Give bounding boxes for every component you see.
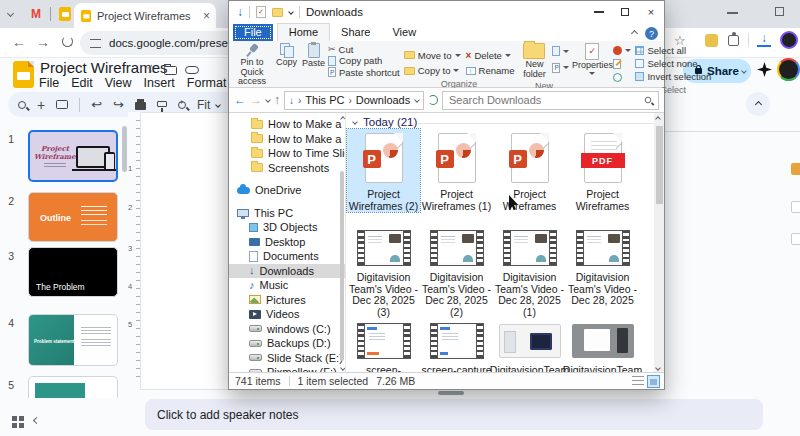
side-panel-icon[interactable] [791, 233, 800, 245]
slide-thumbnail-1[interactable]: Project Wireframes [28, 130, 118, 182]
new-slide-button[interactable]: + [37, 99, 45, 111]
file-item[interactable]: PProject Wireframes (2) [347, 129, 420, 212]
new-folder-button[interactable]: New folder [517, 42, 551, 80]
menu-insert[interactable]: Insert [144, 76, 175, 90]
canvas-horizontal-scrollbar[interactable] [438, 391, 464, 395]
account-avatar[interactable] [777, 58, 800, 81]
details-view-button[interactable] [632, 376, 644, 387]
address-dropdown-chevron-icon[interactable] [414, 97, 420, 103]
menu-edit[interactable]: Edit [71, 76, 93, 90]
sidebar-item-videos[interactable]: Videos [229, 307, 345, 322]
filmstrip-scrollbar[interactable] [122, 126, 127, 172]
copy-path-button[interactable]: Copy path [328, 56, 400, 67]
explorer-close-button[interactable]: × [638, 1, 664, 23]
easy-access-button[interactable] [552, 63, 569, 74]
edit-button[interactable] [613, 59, 631, 70]
sidebar-item-slide-stack-e-[interactable]: Slide Stack (E:) [229, 351, 345, 366]
browser-profile-icon[interactable] [780, 31, 798, 49]
copy-button[interactable]: Copy [273, 42, 300, 69]
new-folder-quick-icon[interactable] [272, 8, 283, 17]
sidebar-item-desktop[interactable]: Desktop [229, 235, 345, 250]
invert-selection-button[interactable]: Invert selection [635, 71, 711, 82]
search-input[interactable] [449, 94, 644, 106]
explorer-maximize-button[interactable] [612, 1, 638, 23]
sidebar-item-pictures[interactable]: Pictures [229, 293, 345, 308]
menu-file[interactable]: File [39, 76, 59, 90]
file-item[interactable]: DigitavisionTeam sVideo-Dec27202 [493, 319, 566, 374]
refresh-icon[interactable] [428, 95, 438, 105]
sidebar-item-downloads[interactable]: ↓Downloads [229, 264, 345, 279]
select-none-button[interactable]: Select none [635, 58, 711, 69]
sidebar-item-onedrive[interactable]: OneDrive [229, 183, 345, 198]
ribbon-tab-file[interactable]: File [233, 24, 273, 41]
recent-locations-chevron-icon[interactable] [265, 97, 271, 103]
file-item[interactable]: DigitavisionTeam sVideo-Dec27202 [566, 319, 639, 374]
group-header[interactable]: Today (21) [353, 116, 417, 128]
pinned-tab-slides[interactable] [55, 5, 75, 23]
zoom-icon[interactable] [178, 101, 186, 109]
help-icon[interactable]: ? [645, 27, 658, 40]
collapse-filmstrip-icon[interactable] [33, 417, 40, 424]
new-slide-dropdown-icon[interactable] [56, 100, 68, 109]
window-minimize-button[interactable] [727, 12, 738, 14]
sidebar-item-how-to-time-slides-o[interactable]: How to Time Slides o [229, 146, 345, 161]
sidebar-item-how-to-make-a-conc[interactable]: How to Make a Conc [229, 132, 345, 147]
cut-button[interactable]: ✂Cut [328, 44, 400, 55]
nav-scrollbar[interactable] [340, 171, 344, 361]
select-all-button[interactable]: Select all [635, 45, 711, 56]
extensions-puzzle-icon[interactable] [728, 35, 739, 46]
hide-menus-button[interactable] [746, 92, 770, 116]
grid-view-icon[interactable] [12, 416, 24, 428]
file-item[interactable]: screen-capture (31) [420, 319, 493, 374]
scroll-down-icon[interactable] [655, 365, 661, 371]
star-doc-icon[interactable]: ☆ [146, 62, 157, 76]
pinned-tab-gmail[interactable]: M [26, 5, 46, 23]
reload-button[interactable] [62, 36, 73, 47]
slide-thumbnail-3[interactable]: The Problem [28, 247, 118, 297]
explorer-forward-button[interactable]: → [250, 94, 262, 106]
copy-to-button[interactable]: Copy to [404, 66, 461, 77]
sidebar-item-3d-objects[interactable]: 3D Objects [229, 220, 345, 235]
properties-button[interactable]: Properties [572, 42, 612, 76]
breadcrumb-this-pc[interactable]: This PC [305, 94, 344, 106]
forward-button[interactable]: → [36, 34, 50, 50]
ribbon-tab-home[interactable]: Home [277, 23, 330, 41]
open-button[interactable] [613, 45, 631, 56]
slide-thumbnail-4[interactable]: Problem statement [28, 314, 118, 366]
file-item[interactable]: PProject Wireframes (1) [420, 129, 493, 212]
file-item[interactable]: PProject Wireframes [493, 129, 566, 212]
move-to-button[interactable]: Move to [404, 50, 461, 61]
file-item[interactable]: Digitavision Team's Video - Dec 28, 2025… [347, 226, 420, 318]
explorer-titlebar[interactable]: ↓ Downloads × [229, 1, 664, 23]
sidebar-item-screenshots[interactable]: Screenshots [229, 161, 345, 176]
large-icons-view-button[interactable] [647, 375, 660, 388]
paste-shortcut-button[interactable]: Paste shortcut [328, 67, 400, 78]
rename-button[interactable]: IRename [466, 66, 515, 77]
undo-icon[interactable]: ↩ [91, 99, 102, 111]
site-settings-icon[interactable] [90, 39, 101, 48]
window-maximize-button[interactable] [775, 7, 784, 16]
tab-close-icon[interactable]: × [203, 9, 210, 23]
back-button[interactable]: ← [12, 34, 26, 50]
ribbon-tab-view[interactable]: View [381, 24, 427, 41]
zoom-select[interactable]: Fit [197, 98, 220, 112]
slide-thumbnail-5[interactable] [28, 376, 118, 398]
side-panel-icon[interactable] [791, 163, 800, 175]
speaker-notes-box[interactable]: Click to add speaker notes [145, 399, 763, 430]
minimize-ribbon-icon[interactable] [631, 30, 638, 37]
move-doc-icon[interactable] [164, 66, 177, 75]
search-box[interactable] [442, 91, 659, 110]
history-button[interactable] [613, 72, 631, 83]
file-item[interactable]: Digitavision Team's Video - Dec 28, 2025… [420, 226, 493, 318]
ribbon-tab-share[interactable]: Share [330, 24, 381, 41]
print-icon[interactable] [135, 102, 146, 110]
downloads-icon[interactable]: ↓ [757, 32, 771, 47]
files-scrollbar[interactable] [654, 113, 664, 374]
sidebar-item-windows-c-[interactable]: windows (C:) [229, 322, 345, 337]
delete-button[interactable]: ×Delete [466, 50, 515, 61]
active-tab[interactable]: Project Wireframes - Google Sl × [74, 3, 216, 28]
sidebar-item-documents[interactable]: Documents [229, 249, 345, 264]
properties-quick-icon[interactable] [256, 6, 266, 18]
sidebar-item-this-pc[interactable]: This PC [229, 206, 345, 221]
redo-icon[interactable]: ↪ [113, 99, 124, 111]
